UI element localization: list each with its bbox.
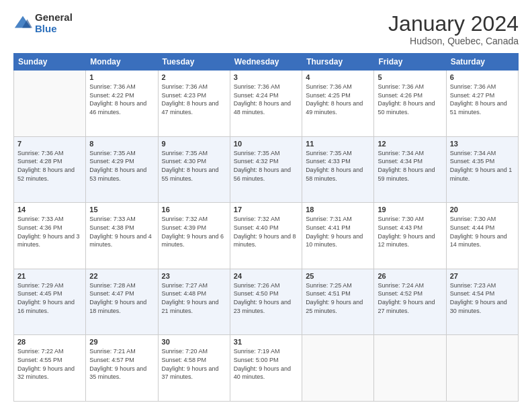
calendar-cell: 12Sunrise: 7:34 AMSunset: 4:34 PMDayligh… <box>374 136 446 203</box>
weekday-header: Sunday <box>14 54 86 71</box>
day-info: Sunrise: 7:32 AMSunset: 4:40 PMDaylight:… <box>234 215 298 248</box>
calendar-week-row: 28Sunrise: 7:22 AMSunset: 4:55 PMDayligh… <box>14 335 519 402</box>
calendar-cell <box>14 71 86 137</box>
day-info: Sunrise: 7:24 AMSunset: 4:52 PMDaylight:… <box>378 281 442 315</box>
day-info: Sunrise: 7:36 AMSunset: 4:26 PMDaylight:… <box>378 83 442 116</box>
day-info: Sunrise: 7:21 AMSunset: 4:57 PMDaylight:… <box>89 347 154 381</box>
day-info: Sunrise: 7:32 AMSunset: 4:39 PMDaylight:… <box>162 215 226 248</box>
calendar-week-row: 7Sunrise: 7:36 AMSunset: 4:28 PMDaylight… <box>14 136 519 203</box>
calendar-cell: 30Sunrise: 7:20 AMSunset: 4:58 PMDayligh… <box>158 335 230 402</box>
calendar-cell: 15Sunrise: 7:33 AMSunset: 4:38 PMDayligh… <box>86 203 158 269</box>
calendar-cell: 19Sunrise: 7:30 AMSunset: 4:43 PMDayligh… <box>374 203 446 269</box>
calendar-cell: 31Sunrise: 7:19 AMSunset: 5:00 PMDayligh… <box>230 335 302 402</box>
day-info: Sunrise: 7:30 AMSunset: 4:43 PMDaylight:… <box>378 215 442 248</box>
calendar-cell: 20Sunrise: 7:30 AMSunset: 4:44 PMDayligh… <box>446 203 518 269</box>
logo-text: General Blue <box>35 12 73 34</box>
day-info: Sunrise: 7:35 AMSunset: 4:29 PMDaylight:… <box>89 149 154 183</box>
calendar-cell: 21Sunrise: 7:29 AMSunset: 4:45 PMDayligh… <box>14 269 86 335</box>
day-info: Sunrise: 7:35 AMSunset: 4:33 PMDaylight:… <box>306 149 370 183</box>
day-number: 29 <box>89 338 154 346</box>
calendar-cell: 16Sunrise: 7:32 AMSunset: 4:39 PMDayligh… <box>158 203 230 269</box>
calendar-cell: 13Sunrise: 7:34 AMSunset: 4:35 PMDayligh… <box>446 136 518 203</box>
day-number: 30 <box>162 338 226 346</box>
title-block: January 2024 Hudson, Quebec, Canada <box>388 12 519 46</box>
day-number: 4 <box>306 73 370 81</box>
day-number: 19 <box>378 205 442 214</box>
weekday-header-row: SundayMondayTuesdayWednesdayThursdayFrid… <box>14 54 519 71</box>
calendar-cell: 14Sunrise: 7:33 AMSunset: 4:36 PMDayligh… <box>14 203 86 269</box>
day-number: 22 <box>89 272 154 280</box>
calendar-cell: 17Sunrise: 7:32 AMSunset: 4:40 PMDayligh… <box>230 203 302 269</box>
day-number: 20 <box>450 205 515 214</box>
weekday-header: Saturday <box>446 54 518 71</box>
day-info: Sunrise: 7:30 AMSunset: 4:44 PMDaylight:… <box>450 215 515 248</box>
day-info: Sunrise: 7:23 AMSunset: 4:54 PMDaylight:… <box>450 281 515 315</box>
day-info: Sunrise: 7:33 AMSunset: 4:38 PMDaylight:… <box>89 215 154 248</box>
day-number: 5 <box>378 73 442 81</box>
calendar-cell: 11Sunrise: 7:35 AMSunset: 4:33 PMDayligh… <box>302 136 374 203</box>
day-info: Sunrise: 7:36 AMSunset: 4:23 PMDaylight:… <box>162 83 226 116</box>
calendar-cell: 23Sunrise: 7:27 AMSunset: 4:48 PMDayligh… <box>158 269 230 335</box>
calendar-cell: 18Sunrise: 7:31 AMSunset: 4:41 PMDayligh… <box>302 203 374 269</box>
day-info: Sunrise: 7:27 AMSunset: 4:48 PMDaylight:… <box>162 281 226 315</box>
calendar-table: SundayMondayTuesdayWednesdayThursdayFrid… <box>13 53 519 402</box>
logo: General Blue <box>13 12 73 34</box>
day-info: Sunrise: 7:26 AMSunset: 4:50 PMDaylight:… <box>234 281 298 315</box>
day-number: 6 <box>450 73 515 81</box>
page: General Blue January 2024 Hudson, Quebec… <box>0 0 532 411</box>
month-title: January 2024 <box>388 12 519 36</box>
calendar-cell: 1Sunrise: 7:36 AMSunset: 4:22 PMDaylight… <box>86 71 158 137</box>
day-info: Sunrise: 7:29 AMSunset: 4:45 PMDaylight:… <box>17 281 82 315</box>
day-number: 12 <box>378 140 442 148</box>
calendar-cell: 26Sunrise: 7:24 AMSunset: 4:52 PMDayligh… <box>374 269 446 335</box>
day-info: Sunrise: 7:22 AMSunset: 4:55 PMDaylight:… <box>17 347 82 381</box>
calendar-week-row: 21Sunrise: 7:29 AMSunset: 4:45 PMDayligh… <box>14 269 519 335</box>
day-number: 23 <box>162 272 226 280</box>
day-number: 17 <box>234 205 298 214</box>
day-info: Sunrise: 7:25 AMSunset: 4:51 PMDaylight:… <box>306 281 370 315</box>
day-number: 16 <box>162 205 226 214</box>
calendar-week-row: 14Sunrise: 7:33 AMSunset: 4:36 PMDayligh… <box>14 203 519 269</box>
header: General Blue January 2024 Hudson, Quebec… <box>13 12 519 46</box>
day-number: 7 <box>17 140 82 148</box>
weekday-header: Monday <box>86 54 158 71</box>
calendar-cell: 29Sunrise: 7:21 AMSunset: 4:57 PMDayligh… <box>86 335 158 402</box>
calendar-cell: 28Sunrise: 7:22 AMSunset: 4:55 PMDayligh… <box>14 335 86 402</box>
day-number: 28 <box>17 338 82 346</box>
calendar-cell <box>446 335 518 402</box>
weekday-header: Tuesday <box>158 54 230 71</box>
day-number: 8 <box>89 140 154 148</box>
day-info: Sunrise: 7:36 AMSunset: 4:28 PMDaylight:… <box>17 149 82 183</box>
day-number: 3 <box>234 73 298 81</box>
logo-icon <box>13 14 32 33</box>
calendar-cell: 3Sunrise: 7:36 AMSunset: 4:24 PMDaylight… <box>230 71 302 137</box>
subtitle: Hudson, Quebec, Canada <box>388 36 519 46</box>
day-info: Sunrise: 7:34 AMSunset: 4:34 PMDaylight:… <box>378 149 442 183</box>
calendar-cell: 2Sunrise: 7:36 AMSunset: 4:23 PMDaylight… <box>158 71 230 137</box>
weekday-header: Wednesday <box>230 54 302 71</box>
logo-general: General <box>35 11 73 23</box>
day-number: 27 <box>450 272 515 280</box>
day-number: 18 <box>306 205 370 214</box>
day-info: Sunrise: 7:33 AMSunset: 4:36 PMDaylight:… <box>17 215 82 248</box>
calendar-cell: 5Sunrise: 7:36 AMSunset: 4:26 PMDaylight… <box>374 71 446 137</box>
day-number: 26 <box>378 272 442 280</box>
day-info: Sunrise: 7:36 AMSunset: 4:22 PMDaylight:… <box>89 83 154 116</box>
calendar-cell: 8Sunrise: 7:35 AMSunset: 4:29 PMDaylight… <box>86 136 158 203</box>
logo-blue: Blue <box>35 23 57 34</box>
day-number: 9 <box>162 140 226 148</box>
calendar-cell: 7Sunrise: 7:36 AMSunset: 4:28 PMDaylight… <box>14 136 86 203</box>
day-number: 14 <box>17 205 82 214</box>
calendar-week-row: 1Sunrise: 7:36 AMSunset: 4:22 PMDaylight… <box>14 71 519 137</box>
weekday-header: Thursday <box>302 54 374 71</box>
day-info: Sunrise: 7:36 AMSunset: 4:27 PMDaylight:… <box>450 83 515 116</box>
calendar-cell: 9Sunrise: 7:35 AMSunset: 4:30 PMDaylight… <box>158 136 230 203</box>
day-number: 13 <box>450 140 515 148</box>
day-info: Sunrise: 7:20 AMSunset: 4:58 PMDaylight:… <box>162 347 226 381</box>
calendar-cell: 22Sunrise: 7:28 AMSunset: 4:47 PMDayligh… <box>86 269 158 335</box>
calendar-cell: 24Sunrise: 7:26 AMSunset: 4:50 PMDayligh… <box>230 269 302 335</box>
day-number: 24 <box>234 272 298 280</box>
day-info: Sunrise: 7:36 AMSunset: 4:25 PMDaylight:… <box>306 83 370 116</box>
calendar-cell <box>302 335 374 402</box>
day-number: 2 <box>162 73 226 81</box>
